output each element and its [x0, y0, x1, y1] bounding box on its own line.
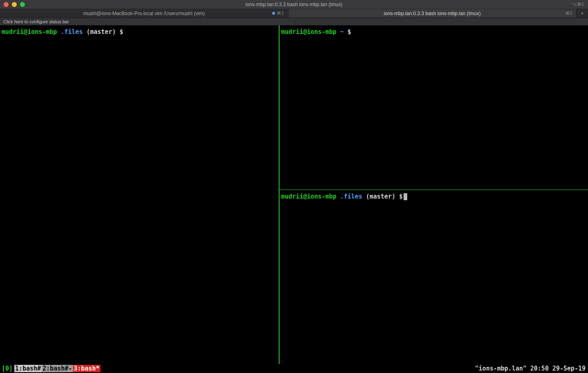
prompt-dollar: $ — [348, 28, 351, 36]
tmux-pane-left[interactable]: mudrii@ions-mbp .files (master) $ — [0, 25, 279, 364]
prompt-path: .files — [340, 193, 362, 200]
prompt-dollar: $ — [120, 28, 123, 36]
add-tab-button[interactable]: + — [577, 9, 588, 18]
minimize-button[interactable] — [12, 2, 17, 7]
prompt-line: mudrii@ions-mbp .files (master) $ — [2, 28, 277, 36]
tmux-window-3-active[interactable]: 3:bash* — [73, 365, 100, 372]
prompt-line: mudrii@ions-mbp ~ $ — [281, 28, 586, 36]
cursor-icon — [404, 193, 407, 200]
tmux-window-1[interactable]: 1:bash# — [14, 365, 42, 372]
tmux-pane-right-top[interactable]: mudrii@ions-mbp ~ $ — [280, 25, 588, 190]
tab-label: mudrii@Ions-MacBook-Pro.local vim /Users… — [83, 11, 205, 16]
tmux-session-indicator[interactable]: [0] — [0, 365, 14, 372]
tmux-status-right: "ions-mbp.lan" 20:50 29-Sep-19 — [475, 365, 588, 372]
prompt-path: .files — [61, 28, 83, 36]
tmux-statusbar: [0] 1:bash# 2:bash#- 3:bash* "ions-mbp.l… — [0, 364, 588, 373]
traffic-lights — [0, 2, 25, 7]
tab-vim[interactable]: mudrii@Ions-MacBook-Pro.local vim /Users… — [0, 9, 288, 18]
tab-shortcut: ⌘1 — [272, 11, 284, 16]
modified-dot-icon — [272, 12, 275, 15]
prompt-path: ~ — [340, 28, 344, 36]
tmux-window-2[interactable]: 2:bash#- — [42, 365, 73, 372]
tab-bar: mudrii@Ions-MacBook-Pro.local vim /Users… — [0, 9, 588, 18]
prompt-line: mudrii@ions-mbp .files (master) $ — [281, 192, 586, 201]
prompt-dollar: $ — [399, 193, 403, 200]
close-button[interactable] — [4, 2, 9, 7]
terminal-area: mudrii@ions-mbp .files (master) $ mudrii… — [0, 25, 588, 364]
prompt-user: mudrii@ions-mbp — [281, 28, 336, 36]
prompt-user: mudrii@ions-mbp — [281, 193, 336, 200]
configure-statusbar-hint[interactable]: Click here to configure status bar — [0, 18, 588, 25]
prompt-user: mudrii@ions-mbp — [2, 28, 57, 36]
tab-tmux[interactable]: ions-mbp.lan:0.3.3 bash ions-mbp.lan (tm… — [288, 9, 577, 18]
tmux-pane-right-group: mudrii@ions-mbp ~ $ mudrii@ions-mbp .fil… — [280, 25, 588, 364]
window-titlebar: ions-mbp.lan:0.3.3 bash ions-mbp.lan (tm… — [0, 0, 588, 9]
tmux-pane-right-bottom[interactable]: mudrii@ions-mbp .files (master) $ — [280, 190, 588, 364]
prompt-branch: (master) — [366, 193, 395, 200]
tmux-status-left: [0] 1:bash# 2:bash#- 3:bash* — [0, 365, 100, 372]
prompt-branch: (master) — [87, 28, 116, 36]
tab-label: ions-mbp.lan:0.3.3 bash ions-mbp.lan (tm… — [384, 11, 481, 16]
tab-shortcut: ⌘2 — [565, 11, 572, 16]
window-shortcut-indicator: ⌥⌘1 — [572, 2, 588, 7]
window-title: ions-mbp.lan:0.3.3 bash ions-mbp.lan (tm… — [246, 2, 342, 7]
maximize-button[interactable] — [20, 2, 25, 7]
